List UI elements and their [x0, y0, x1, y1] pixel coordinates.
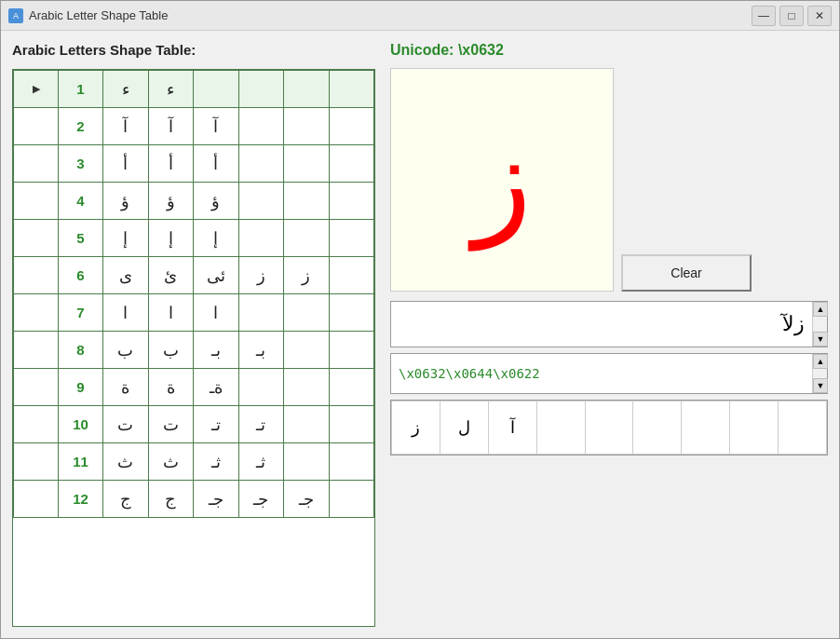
- row-number: 10: [59, 406, 103, 443]
- char-cells-table: زلآ: [391, 401, 827, 455]
- arabic-cell: آ: [148, 108, 194, 145]
- char-cell: ز: [392, 401, 440, 455]
- char-cell: آ: [488, 401, 536, 455]
- arabic-cell: ب: [103, 332, 149, 369]
- arabic-cell: ج: [103, 481, 149, 518]
- char-cell: ل: [440, 401, 488, 455]
- close-button[interactable]: ✕: [807, 6, 832, 26]
- row-number: 4: [59, 183, 103, 220]
- arabic-cell: أ: [148, 145, 194, 183]
- arabic-cell: [284, 145, 330, 183]
- arabic-cell: آ: [103, 108, 149, 145]
- arabic-cell: [284, 183, 330, 220]
- arabic-cell: [238, 369, 284, 406]
- row-number: 5: [59, 220, 103, 257]
- arabic-cell: ء: [148, 71, 194, 108]
- scroll-up-btn[interactable]: ▲: [813, 302, 828, 317]
- arabic-cell: [329, 332, 374, 369]
- unicode-text-row: \x0632\x0644\x0622 ▲ ▼: [390, 353, 828, 394]
- arabic-cell: ث: [148, 443, 194, 481]
- arabic-cell: بـ: [194, 332, 239, 369]
- arabic-cell: [284, 369, 330, 406]
- row-number: 9: [59, 369, 103, 406]
- arabic-cell: بـ: [238, 332, 284, 369]
- arabic-cell: [284, 406, 330, 443]
- row-arrow-cell: [14, 220, 59, 257]
- arabic-table-wrapper[interactable]: ▶1ءء2آآآ3أأأ4ؤؤؤ5إإإ6ىئئىزز7ااا8بببـبـ9ة…: [12, 69, 375, 627]
- arabic-cell: جـ: [238, 481, 284, 518]
- arabic-cell: ئى: [194, 257, 239, 294]
- table-row[interactable]: 9ةةةـ: [14, 369, 374, 406]
- arabic-cell: [329, 257, 374, 294]
- title-bar-left: A Arabic Letter Shape Table: [8, 8, 168, 23]
- arabic-cell: [284, 443, 330, 481]
- arabic-cell: ا: [194, 294, 239, 332]
- table-row[interactable]: 8بببـبـ: [14, 332, 374, 369]
- arabic-cell: ت: [148, 406, 194, 443]
- row-number: 2: [59, 108, 103, 145]
- arabic-cell: [329, 183, 374, 220]
- row-arrow-cell: [14, 369, 59, 406]
- row-arrow-cell: [14, 294, 59, 332]
- arabic-cell: [284, 220, 330, 257]
- unicode-scroll-down-btn[interactable]: ▼: [813, 378, 828, 393]
- text-area-scrollbar[interactable]: ▲ ▼: [812, 302, 827, 347]
- char-cell: [585, 401, 633, 455]
- arabic-cell: ؤ: [103, 183, 149, 220]
- unicode-scroll-up-btn[interactable]: ▲: [813, 354, 828, 369]
- char-cell: [779, 401, 827, 455]
- row-arrow-cell: [14, 145, 59, 183]
- arabic-cell: [238, 145, 284, 183]
- right-panel: Unicode: \x0632 ز Clear زلآ ▲ ▼: [390, 42, 828, 627]
- table-row[interactable]: 11ثثثـثـ: [14, 443, 374, 481]
- left-panel: Arabic Letters Shape Table: ▶1ءء2آآآ3أأأ…: [12, 42, 375, 627]
- row-arrow-cell: [14, 257, 59, 294]
- arabic-cell: إ: [148, 220, 194, 257]
- arabic-cell: ج: [148, 481, 194, 518]
- minimize-button[interactable]: —: [752, 6, 776, 26]
- arabic-cell: ثـ: [194, 443, 239, 481]
- arabic-cell: [194, 71, 239, 108]
- table-row[interactable]: 4ؤؤؤ: [14, 183, 374, 220]
- row-arrow-cell: [14, 183, 59, 220]
- table-row[interactable]: 3أأأ: [14, 145, 374, 183]
- arabic-cell: [329, 294, 374, 332]
- arabic-cell: جـ: [194, 481, 239, 518]
- table-row[interactable]: 2آآآ: [14, 108, 374, 145]
- text-area-row: زلآ ▲ ▼: [390, 301, 828, 347]
- arabic-cell: ثـ: [238, 443, 284, 481]
- row-number: 3: [59, 145, 103, 183]
- title-bar-controls: — □ ✕: [752, 6, 832, 26]
- arabic-cell: ئ: [148, 257, 194, 294]
- arabic-cell: [329, 108, 374, 145]
- row-arrow-cell: [14, 443, 59, 481]
- arabic-cell: ا: [148, 294, 194, 332]
- table-row[interactable]: 6ىئئىزز: [14, 257, 374, 294]
- unicode-text-scrollbar[interactable]: ▲ ▼: [812, 354, 827, 393]
- table-row[interactable]: ▶1ءء: [14, 71, 374, 108]
- arabic-cell: [329, 369, 374, 406]
- arabic-cell: تـ: [238, 406, 284, 443]
- window-title: Arabic Letter Shape Table: [29, 8, 168, 22]
- title-bar: A Arabic Letter Shape Table — □ ✕: [1, 1, 839, 31]
- row-number: 7: [59, 294, 103, 332]
- table-row[interactable]: 5إإإ: [14, 220, 374, 257]
- arabic-cell: ؤ: [194, 183, 239, 220]
- table-row[interactable]: 12جججـجـجـ: [14, 481, 374, 518]
- table-row[interactable]: 10تتتـتـ: [14, 406, 374, 443]
- arabic-cell: [238, 71, 284, 108]
- row-number: 8: [59, 332, 103, 369]
- arabic-cell: آ: [194, 108, 239, 145]
- left-panel-title: Arabic Letters Shape Table:: [12, 42, 375, 58]
- table-row[interactable]: 7ااا: [14, 294, 374, 332]
- maximize-button[interactable]: □: [779, 6, 804, 26]
- arabic-cell: جـ: [284, 481, 330, 518]
- row-number: 12: [59, 481, 103, 518]
- char-cell: [536, 401, 585, 455]
- arabic-cell: [329, 406, 374, 443]
- arabic-cell: إ: [103, 220, 149, 257]
- row-arrow-cell: [14, 481, 59, 518]
- clear-button[interactable]: Clear: [621, 254, 752, 292]
- scroll-down-btn[interactable]: ▼: [813, 332, 828, 347]
- arabic-cell: [329, 220, 374, 257]
